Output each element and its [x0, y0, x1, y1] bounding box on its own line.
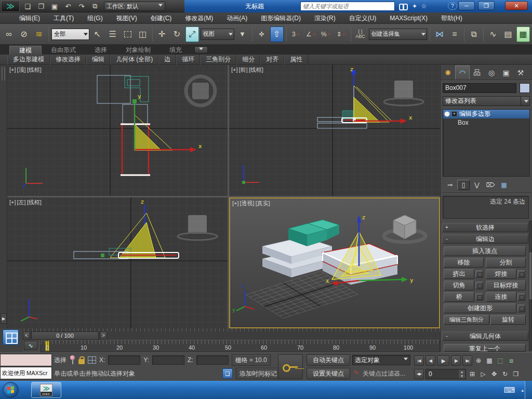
communication-center-icon[interactable]: ✦	[410, 1, 419, 11]
go-to-end-icon[interactable]: ▶|	[462, 355, 472, 366]
panel-scrollbar-thumb[interactable]	[529, 252, 531, 299]
x-coordinate-field[interactable]	[108, 355, 140, 365]
weld-button[interactable]: 焊接	[486, 269, 516, 279]
unlink-selection-icon[interactable]: ⊘	[17, 26, 31, 42]
search-icon[interactable]	[397, 1, 409, 11]
maximize-viewport-toggle-icon[interactable]: ❒	[511, 370, 521, 378]
maximize-button[interactable]: ❐	[478, 1, 495, 10]
undo-icon[interactable]: ↶	[63, 3, 73, 10]
rectangular-selection-region-icon[interactable]	[121, 26, 135, 42]
search-input[interactable]	[300, 2, 395, 11]
stack-item-box[interactable]: Box	[443, 118, 529, 127]
project-toggle-icon[interactable]: ⧉	[90, 2, 100, 10]
viewport-menu-plus[interactable]: [+]	[231, 66, 238, 73]
time-slider-prev[interactable]: <	[23, 331, 30, 340]
extrude-settings-button[interactable]	[475, 270, 483, 278]
viewport-menu-pov[interactable]: [透视]	[240, 200, 255, 206]
ribbon-tab-modeling[interactable]: 建模	[9, 46, 42, 55]
rollout-soft-selection[interactable]: + 软选择	[442, 223, 528, 232]
select-and-scale-icon[interactable]: ⤢	[185, 26, 199, 42]
keyboard-shortcut-override-icon[interactable]: ⇧	[270, 26, 284, 42]
menu-modifiers[interactable]: 修改器(M)	[178, 12, 220, 24]
key-filters-curve-icon[interactable]: ∿	[353, 368, 359, 376]
viewport-menu-pov[interactable]: [顶]	[17, 66, 26, 73]
pan-hand-icon[interactable]: ✥	[489, 370, 499, 378]
set-key-button[interactable]: 设置关键点	[307, 368, 350, 379]
menu-animation[interactable]: 动画(A)	[220, 12, 254, 24]
menu-edit[interactable]: 编辑(E)	[12, 12, 47, 24]
modifier-stack[interactable]: + 编辑多边形 Box	[443, 109, 530, 177]
set-keys-button[interactable]	[278, 354, 303, 379]
split-button[interactable]: 分割	[486, 258, 526, 268]
menu-group[interactable]: 组(G)	[81, 12, 109, 24]
ribbon-modify-selection[interactable]: 修改选择	[50, 55, 86, 65]
show-end-result-icon[interactable]: ▯	[457, 180, 470, 190]
manage-layers-icon[interactable]: ⧉	[467, 26, 481, 42]
zoom-extents-all-icon[interactable]: ⧈	[507, 357, 516, 364]
viewport-menu-plus[interactable]: [+]	[9, 199, 16, 205]
ribbon-align[interactable]: 对齐	[260, 55, 284, 65]
viewport-menu-pov[interactable]: [前]	[239, 66, 248, 73]
select-and-manipulate-icon[interactable]: ✜	[255, 26, 269, 42]
rollout-edit-edges[interactable]: - 编辑边	[442, 234, 528, 244]
ribbon-tab-selection[interactable]: 选择	[85, 46, 116, 55]
create-shape-settings-button[interactable]	[517, 304, 525, 312]
close-button[interactable]: ✕	[505, 1, 528, 10]
modifier-list-arrow[interactable]	[521, 97, 529, 105]
material-editor-icon[interactable]: ▦	[516, 26, 530, 42]
pan-arrow-icon[interactable]: ▷	[478, 370, 488, 378]
zoom-extents-icon[interactable]: ⬚	[496, 357, 505, 364]
viewport-config-icon[interactable]: ⊞	[468, 370, 477, 378]
selection-lock-icon[interactable]	[78, 359, 85, 364]
z-coordinate-field[interactable]	[196, 355, 229, 365]
app-logo[interactable]: ≫	[1, 1, 20, 12]
configure-modifier-sets-icon[interactable]: ▦	[498, 180, 510, 190]
selection-filter-dropdown[interactable]: 全部	[51, 29, 89, 40]
select-and-move-icon[interactable]: ✛	[155, 26, 169, 42]
isolate-toggle-icon[interactable]: ❑	[222, 368, 233, 379]
ribbon-loops[interactable]: 循环	[176, 55, 200, 65]
key-mode-toggle-icon[interactable]: ◀▶	[414, 369, 424, 379]
ribbon-tab-freeform[interactable]: 自由形式	[42, 46, 85, 55]
show-desktop-button[interactable]	[525, 381, 532, 399]
snap-toggle-3d-icon[interactable]: 3∩	[289, 26, 303, 42]
ribbon-subdivision[interactable]: 细分	[236, 55, 260, 65]
viewport-top-canvas[interactable]: x y	[7, 65, 228, 196]
frame-spinner[interactable]: ▲▼	[459, 370, 465, 378]
auto-key-button[interactable]: 自动关键点	[307, 354, 350, 366]
bind-to-spacewarp-icon[interactable]: ≋	[32, 26, 46, 42]
key-filters-button[interactable]: 关键点过滤器...	[363, 369, 405, 378]
zoom-icon[interactable]: ⊕	[474, 357, 483, 364]
strip-expand-arrow[interactable]: ▶	[1, 313, 7, 324]
percent-snap-icon[interactable]: %∩	[320, 26, 333, 42]
maxscript-mini-listener-white[interactable]: 欢迎使用 MAXScr	[0, 367, 52, 379]
new-file-icon[interactable]: ❏	[23, 3, 32, 10]
select-and-rotate-icon[interactable]: ↻	[170, 26, 184, 42]
select-by-name-icon[interactable]: ☰	[106, 26, 119, 42]
tray-expand-icon[interactable]: ▴	[521, 388, 524, 393]
hierarchy-tab-icon[interactable]: 品	[470, 65, 484, 79]
motion-tab-icon[interactable]: ◎	[484, 65, 499, 79]
repeat-last-button[interactable]: 重复上一个	[444, 344, 526, 352]
time-slider-next[interactable]: >	[100, 331, 107, 340]
ribbon-geometry-all[interactable]: 几何体 (全部)	[110, 55, 158, 65]
ribbon-polygon-modeling[interactable]: 多边形建模	[7, 55, 50, 65]
menu-views[interactable]: 视图(V)	[110, 12, 144, 24]
current-frame-field[interactable]: 0 ▲▼	[425, 369, 466, 379]
viewport-menu-plus[interactable]: [+]	[9, 66, 16, 73]
remove-modifier-icon[interactable]: ⌦	[484, 180, 497, 190]
absolute-mode-icon[interactable]	[88, 356, 96, 364]
taskbar-3dsmax-button[interactable]: ≫ max	[31, 382, 61, 398]
menu-create[interactable]: 创建(C)	[144, 12, 179, 24]
make-unique-icon[interactable]: ⋁	[471, 180, 483, 190]
utilities-tab-icon[interactable]: ⚒	[513, 65, 528, 79]
y-coordinate-field[interactable]	[152, 355, 184, 365]
chamfer-button[interactable]: 切角	[444, 281, 474, 290]
edit-named-selection-sets-icon[interactable]: { }ABC	[354, 26, 367, 42]
viewport-front-canvas[interactable]: z x	[229, 65, 440, 196]
menu-graph-editors[interactable]: 图形编辑器(D)	[254, 12, 308, 24]
viewport-menu-plus[interactable]: [+]	[232, 200, 239, 206]
create-shape-button[interactable]: 创建图形	[444, 303, 516, 313]
remove-button[interactable]: 移除	[444, 258, 484, 268]
go-to-start-icon[interactable]: |◀	[414, 355, 424, 366]
